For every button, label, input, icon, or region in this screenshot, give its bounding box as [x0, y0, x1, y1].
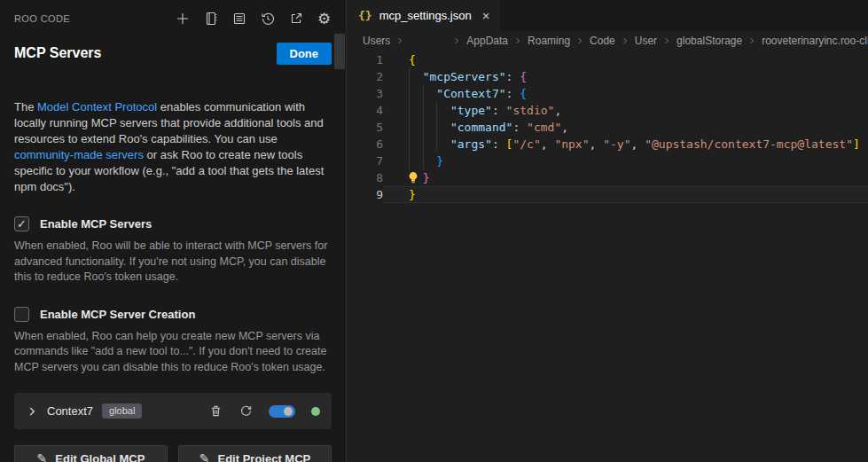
code-token: ]	[853, 137, 860, 151]
code-token: :	[512, 121, 527, 134]
indent-guide	[423, 153, 424, 169]
pencil-icon: ✎	[37, 451, 48, 462]
code-line[interactable]: 6 "args": ["/c", "npx", "-y", "@upstash/…	[348, 136, 868, 153]
code-line[interactable]: 4 "type": "stdio",	[348, 102, 868, 119]
indent-guide	[409, 85, 410, 102]
done-button[interactable]: Done	[277, 43, 332, 65]
edit-buttons: ✎ Edit Global MCP ✎ Edit Project MCP	[14, 445, 332, 462]
code-token	[409, 137, 450, 151]
open-external-icon[interactable]	[288, 12, 303, 27]
code-line[interactable]: 2 "mcpServers": {	[348, 68, 868, 85]
breadcrumb-segment[interactable]: AppData	[466, 35, 508, 47]
code-token: ,	[541, 137, 555, 151]
code-token	[409, 70, 423, 83]
chevron-right-icon	[452, 35, 461, 47]
code-token: "@upstash/context7-mcp@latest"	[645, 137, 853, 151]
editor-tab-bar: {} mcp_settings.json ×	[348, 0, 868, 31]
code-token	[409, 121, 450, 134]
plus-icon[interactable]	[175, 12, 190, 27]
enable-mcp-servers-checkbox[interactable]: ✓	[14, 216, 29, 231]
code-token: ,	[561, 121, 568, 134]
line-number: 8	[348, 169, 383, 186]
code-token: ,	[631, 137, 645, 151]
code-editor[interactable]: 1{2 "mcpServers": {3 "Context7": {4 "typ…	[348, 51, 868, 203]
inline-link[interactable]: community-made servers	[14, 148, 144, 161]
tab-mcp-settings-json[interactable]: {} mcp_settings.json ×	[348, 0, 500, 31]
indent-guide	[423, 102, 424, 119]
code-token: "command"	[450, 121, 512, 134]
breadcrumb: UsersAppDataRoamingCodeUserglobalStorage…	[348, 31, 868, 51]
indent-guide	[409, 102, 410, 119]
indent-guide	[423, 119, 424, 136]
restart-icon[interactable]	[239, 404, 253, 419]
panel-scrollbar[interactable]	[334, 34, 345, 69]
edit-project-mcp-button[interactable]: ✎ Edit Project MCP	[178, 445, 332, 462]
indent-guide	[409, 153, 410, 169]
server-enabled-toggle[interactable]	[269, 405, 295, 418]
history-icon[interactable]	[260, 12, 275, 27]
indent-guide	[436, 102, 437, 119]
line-number: 1	[348, 51, 383, 68]
indent-guide	[409, 119, 410, 136]
code-line[interactable]: 5 "command": "cmd",	[348, 119, 868, 136]
setting-description: When enabled, Roo can help you create ne…	[14, 329, 330, 376]
server-row-context7[interactable]: Context7 global	[14, 393, 332, 429]
line-number: 2	[348, 68, 383, 85]
code-token: :	[492, 137, 506, 151]
breadcrumb-segment[interactable]: globalStorage	[676, 35, 742, 47]
close-icon[interactable]: ×	[482, 8, 490, 23]
indent-guide	[409, 136, 410, 153]
page-title: MCP Servers	[14, 45, 101, 61]
notebook-icon[interactable]	[203, 12, 218, 27]
server-icon[interactable]	[231, 12, 246, 27]
trash-icon[interactable]	[208, 404, 223, 419]
server-status-dot	[311, 407, 320, 416]
breadcrumb-segment[interactable]: rooveterinaryinc.roo-cli	[762, 35, 868, 47]
indent-guide	[409, 68, 410, 85]
code-line[interactable]: 3 "Context7": {	[348, 85, 868, 102]
editor-pane: {} mcp_settings.json × UsersAppDataRoami…	[348, 0, 868, 462]
code-token: ,	[590, 137, 604, 151]
code-line[interactable]: 9}	[348, 186, 868, 203]
code-token: "npx"	[554, 137, 589, 151]
code-token: "Context7"	[436, 87, 505, 100]
code-token: ,	[554, 104, 561, 117]
gear-icon[interactable]: ⚙	[317, 12, 332, 27]
enable-mcp-server-creation-checkbox[interactable]: ✓	[14, 307, 29, 322]
code-token: }	[436, 154, 443, 168]
code-token	[409, 104, 450, 117]
code-token: "-y"	[603, 137, 630, 151]
code-token: "cmd"	[527, 121, 561, 134]
chevron-right-icon	[575, 35, 584, 47]
code-token: {	[520, 70, 527, 83]
line-number: 4	[348, 102, 383, 119]
indent-guide	[423, 136, 424, 153]
panel-header: ROO CODE ⚙	[14, 9, 332, 28]
breadcrumb-segment[interactable]: Code	[590, 35, 615, 47]
chevron-right-icon[interactable]	[26, 405, 38, 418]
breadcrumb-segment[interactable]: User	[635, 35, 657, 47]
edit-global-mcp-button[interactable]: ✎ Edit Global MCP	[14, 445, 168, 462]
code-token: {	[520, 87, 527, 100]
chevron-right-icon	[621, 35, 629, 47]
line-number: 9	[348, 186, 383, 203]
indent-guide	[436, 119, 437, 136]
code-line[interactable]: 1{	[348, 51, 868, 68]
line-number: 7	[348, 153, 383, 169]
panel-toolbar: ⚙	[175, 12, 332, 27]
indent-guide	[436, 136, 437, 153]
breadcrumb-segment[interactable]: Users	[363, 35, 390, 47]
code-line[interactable]: 7 }	[348, 153, 868, 169]
lightbulb-icon[interactable]	[407, 171, 419, 184]
chevron-right-icon	[395, 35, 404, 47]
code-line[interactable]: 8 }	[348, 169, 868, 186]
inline-link[interactable]: Model Context Protocol	[37, 100, 157, 114]
roo-code-mcp-window: ROO CODE ⚙ MCP S	[0, 0, 868, 462]
setting-enable-mcp-server-creation: ✓ Enable MCP Server Creation When enable…	[14, 307, 332, 376]
breadcrumb-segment[interactable]: Roaming	[528, 35, 570, 47]
code-token: }	[409, 188, 416, 201]
title-row: MCP Servers Done	[14, 41, 332, 66]
code-token: "type"	[450, 104, 492, 117]
code-token: "/c"	[512, 137, 540, 151]
intro-text: The	[14, 100, 37, 114]
